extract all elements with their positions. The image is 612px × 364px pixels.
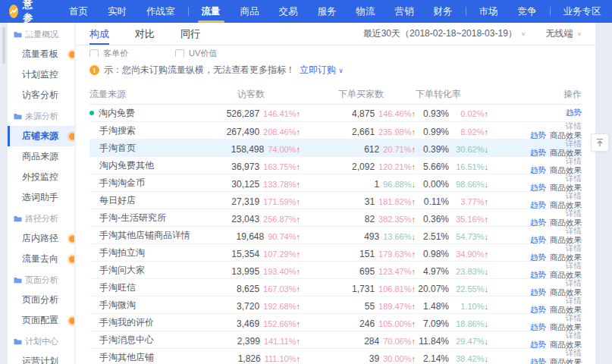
trend-link[interactable]: 趋势: [530, 148, 546, 157]
product-effect-link[interactable]: 商品效果: [550, 148, 582, 157]
detail-link[interactable]: 详情: [566, 348, 582, 357]
change-percent: 235.98%: [378, 127, 411, 136]
product-effect-link[interactable]: 商品效果: [550, 218, 582, 227]
date-range-selector[interactable]: 最近30天（2018-02-18~2018-03-19） ∨: [363, 27, 526, 40]
nav-item-作战室[interactable]: 作战室: [137, 0, 185, 23]
subscribe-link[interactable]: 立即订购 ∨: [300, 64, 344, 77]
tab-同行[interactable]: 同行: [180, 23, 200, 45]
nav-item-市场[interactable]: 市场: [469, 0, 508, 23]
tab-构成[interactable]: 构成: [89, 23, 109, 45]
nav-item-物流[interactable]: 物流: [347, 0, 385, 23]
detail-link[interactable]: 详情: [566, 174, 582, 183]
sidebar-item-店铺来源[interactable]: 店铺来源: [8, 126, 74, 146]
product-effect-link[interactable]: 商品效果: [550, 235, 582, 244]
trend-link[interactable]: 趋势: [530, 340, 546, 349]
nav-item-交易[interactable]: 交易: [269, 0, 308, 23]
product-effect-link[interactable]: 商品效果: [550, 253, 582, 262]
product-effect-link[interactable]: 商品效果: [550, 357, 582, 364]
detail-link[interactable]: 详情: [566, 278, 582, 287]
value: 30,125: [231, 179, 259, 190]
nav-item-竞争[interactable]: 竞争: [508, 0, 547, 23]
cell-conversion: 0.36%35.16%↑: [416, 212, 488, 225]
product-effect-link[interactable]: 商品效果: [550, 287, 582, 297]
detail-link[interactable]: 详情: [566, 156, 582, 165]
sidebar-item-计划监控[interactable]: 计划监控: [8, 64, 74, 85]
nav-item-财务[interactable]: 财务: [424, 0, 463, 23]
trend-link[interactable]: 趋势: [530, 270, 546, 279]
nav-item-营销[interactable]: 营销: [385, 0, 424, 23]
sidebar-item-流量看板[interactable]: 流量看板: [8, 44, 74, 64]
detail-link[interactable]: 详情: [566, 191, 582, 200]
cell-source-name: 淘内免费: [89, 107, 211, 120]
product-effect-link[interactable]: 商品效果: [550, 130, 582, 140]
sidebar-item-店内路径[interactable]: 店内路径: [8, 228, 74, 249]
detail-link[interactable]: 详情: [566, 139, 582, 148]
trend-link[interactable]: 趋势: [566, 108, 582, 117]
detail-link[interactable]: 详情: [566, 226, 582, 235]
trend-link[interactable]: 趋势: [530, 287, 546, 297]
trend-link[interactable]: 趋势: [530, 357, 546, 364]
trend-link[interactable]: 趋势: [530, 165, 546, 174]
value: 3,469: [237, 318, 259, 329]
trend-link[interactable]: 趋势: [530, 253, 546, 262]
nav-separator: [188, 7, 189, 16]
nav-item-流量[interactable]: 流量: [192, 0, 231, 23]
column-header-下单转化率: 下单转化率: [416, 88, 488, 101]
nav-item-业务专区[interactable]: 业务专区: [554, 0, 611, 23]
cell-conversion: 20.07%22.55%↓: [416, 281, 488, 295]
sidebar-item-运营计划[interactable]: 运营计划: [8, 351, 74, 364]
value: 7.09%: [423, 318, 449, 329]
sidebar-item-页面分析[interactable]: 页面分析: [8, 290, 74, 310]
sidebar-item-商品来源[interactable]: 商品来源: [8, 146, 74, 167]
brand[interactable]: 生意参谋: [9, 0, 38, 39]
trend-link[interactable]: 趋势: [530, 218, 546, 227]
trend-link[interactable]: 趋势: [530, 130, 546, 140]
change-percent: 38.42%: [456, 354, 484, 363]
nav-item-首页[interactable]: 首页: [59, 0, 98, 23]
trend-link[interactable]: 趋势: [530, 322, 546, 331]
nav-item-实时[interactable]: 实时: [98, 0, 137, 23]
product-effect-link[interactable]: 商品效果: [550, 322, 582, 331]
detail-link[interactable]: 详情: [566, 209, 582, 218]
product-effect-link[interactable]: 商品效果: [550, 200, 582, 209]
cell-visitors: 3,469152.66%↑: [211, 316, 300, 330]
notice-text: 示：您尚未订购流量纵横，无法查看更多指标！: [104, 64, 295, 77]
product-effect-link[interactable]: 商品效果: [550, 305, 582, 314]
back-to-top-button[interactable]: [591, 133, 609, 152]
sidebar-section-页面分析: 页面分析: [8, 269, 74, 290]
table-header-row: 流量来源访客数下单买家数下单转化率操作: [89, 85, 582, 105]
sidebar-item-页面配置[interactable]: 页面配置: [8, 310, 74, 331]
sidebar-item-访客分析[interactable]: 访客分析: [8, 85, 74, 105]
product-effect-link[interactable]: 商品效果: [550, 183, 582, 192]
detail-link[interactable]: 详情: [566, 243, 582, 253]
trend-link[interactable]: 趋势: [530, 235, 546, 244]
trend-link[interactable]: 趋势: [530, 183, 546, 192]
cell-actions: 详情趋势商品效果: [488, 262, 582, 279]
detail-link[interactable]: 详情: [566, 121, 582, 130]
cell-actions: 详情趋势商品效果: [488, 122, 582, 140]
cell-buyers: 151179.63%↑: [300, 246, 416, 260]
sidebar-item-外投监控[interactable]: 外投监控: [8, 167, 74, 187]
source-label: 手淘微淘: [99, 299, 136, 312]
trend-link[interactable]: 趋势: [530, 200, 546, 209]
product-effect-link[interactable]: 商品效果: [550, 270, 582, 279]
sidebar-item-选词助手[interactable]: 选词助手: [8, 187, 74, 208]
detail-link[interactable]: 详情: [566, 331, 582, 340]
tab-对比[interactable]: 对比: [135, 23, 155, 45]
product-effect-link[interactable]: 商品效果: [550, 165, 582, 174]
change-percent: 22.55%: [456, 284, 484, 293]
trend-link[interactable]: 趋势: [530, 305, 546, 314]
change-percent: 146.46%: [378, 109, 411, 118]
checkbox-客单价[interactable]: [89, 49, 99, 58]
detail-link[interactable]: 详情: [566, 296, 582, 305]
product-effect-link[interactable]: 商品效果: [550, 340, 582, 349]
sidebar-scroll-thumb[interactable]: [2, 27, 5, 64]
nav-item-服务[interactable]: 服务: [308, 0, 347, 23]
detail-link[interactable]: 详情: [566, 261, 582, 270]
sidebar-item-流量去向[interactable]: 流量去向: [8, 249, 74, 269]
detail-link[interactable]: 详情: [566, 313, 582, 322]
nav-item-商品[interactable]: 商品: [231, 0, 269, 23]
checkbox-UV价值[interactable]: [175, 49, 184, 58]
change-percent: 189.47%: [378, 302, 411, 311]
terminal-selector[interactable]: 无线端 ∨: [545, 27, 582, 40]
